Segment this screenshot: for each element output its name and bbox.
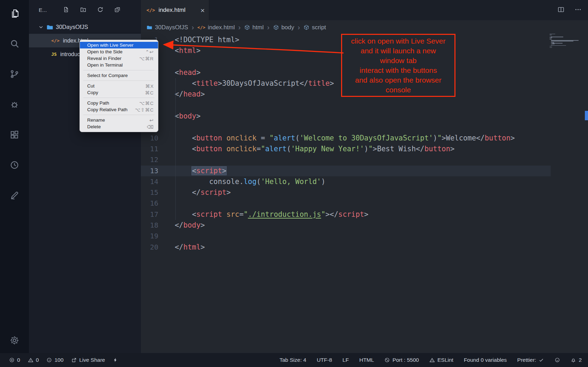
code-line-7[interactable]: 7 xyxy=(141,100,551,111)
code-line-10[interactable]: 10 <button onclick = "alert('Welcome to … xyxy=(141,133,551,144)
cube-icon xyxy=(303,24,309,30)
menu-item-copy-relative-path[interactable]: Copy Relative Path⌥⇧⌘C xyxy=(80,106,158,113)
status-eol[interactable]: LF xyxy=(342,357,349,363)
activity-item-feedback-pen[interactable] xyxy=(9,190,20,200)
close-tab-icon[interactable]: × xyxy=(201,7,205,14)
status-info-count[interactable]: 100 xyxy=(46,357,63,363)
menu-item-open-in-terminal[interactable]: Open in Terminal xyxy=(80,62,158,68)
chevron-right-icon: › xyxy=(238,23,241,31)
activity-item-search[interactable] xyxy=(9,39,20,49)
status-notifications[interactable]: 2 xyxy=(571,357,582,363)
code-line-14[interactable]: 14 console.log('Hello, World') xyxy=(141,176,551,187)
line-number: 13 xyxy=(141,166,158,176)
code-line-9[interactable]: 9 xyxy=(141,122,551,132)
activity-item-extensions[interactable] xyxy=(9,130,20,140)
code-line-16[interactable]: 16 xyxy=(141,198,551,209)
collapse-folders-button[interactable] xyxy=(114,6,121,14)
breadcrumb-script[interactable]: script xyxy=(303,24,326,31)
breadcrumb: 30DaysOfJS›</>index.html›html›body›scrip… xyxy=(141,20,588,35)
code-line-19[interactable]: 19 xyxy=(141,231,551,242)
line-number: 19 xyxy=(141,231,158,242)
split-editor-button[interactable] xyxy=(557,6,565,15)
code-line-8[interactable]: 8<body> xyxy=(141,111,551,122)
menu-item-cut[interactable]: Cut⌘X xyxy=(80,83,158,89)
search-icon xyxy=(9,39,20,49)
activity-item-run-debug[interactable] xyxy=(9,99,20,109)
extensions-icon xyxy=(9,130,20,140)
breadcrumb-body[interactable]: body xyxy=(273,24,294,31)
breadcrumb-index-html[interactable]: </>index.html xyxy=(197,24,235,31)
menu-item-copy-path[interactable]: Copy Path⌥⌘C xyxy=(80,100,158,106)
refresh-explorer-button[interactable] xyxy=(97,6,104,14)
code-line-17[interactable]: 17 <script src="./introduction.js"></scr… xyxy=(141,209,551,220)
menu-item-rename[interactable]: Rename↩ xyxy=(80,117,158,123)
status-prettier[interactable]: Prettier: xyxy=(517,357,544,363)
live-share-icon xyxy=(71,357,77,363)
menu-item-open-with-live-server[interactable]: Open with Live Server xyxy=(80,42,158,48)
source-control-icon xyxy=(9,69,20,79)
activity-bar-bottom xyxy=(9,335,20,353)
status-warnings[interactable]: 0 xyxy=(28,357,39,363)
activity-item-history[interactable] xyxy=(9,160,20,170)
line-number: 18 xyxy=(141,220,158,231)
check-icon xyxy=(538,357,544,363)
activity-item-explorer[interactable] xyxy=(9,8,20,18)
menu-item-delete[interactable]: Delete⌫ xyxy=(80,123,158,130)
more-actions-button[interactable] xyxy=(574,6,582,15)
status-variables-found[interactable]: Found 0 variables xyxy=(464,357,507,363)
menu-item-reveal-in-finder[interactable]: Reveal in Finder⌥⌘R xyxy=(80,55,158,62)
new-folder-icon xyxy=(80,6,86,13)
status-tab-size[interactable]: Tab Size: 4 xyxy=(279,357,306,363)
status-live-server-port[interactable]: Port : 5500 xyxy=(384,357,419,363)
activity-item-settings[interactable] xyxy=(9,335,20,345)
status-live-share[interactable]: Live Share xyxy=(71,357,105,363)
status-language-mode[interactable]: HTML xyxy=(359,357,374,363)
status-encoding[interactable]: UTF-8 xyxy=(317,357,332,363)
menu-separator xyxy=(83,115,154,115)
code-line-20[interactable]: 20</html> xyxy=(141,242,551,253)
menu-shortcut: ⌥⌘C xyxy=(139,100,154,106)
menu-shortcut: ⌘C xyxy=(145,90,154,95)
menu-item-open-to-the-side[interactable]: Open to the Side⌃↩ xyxy=(80,48,158,55)
files-icon xyxy=(9,8,20,18)
new-folder-button[interactable] xyxy=(80,6,86,14)
line-number: 17 xyxy=(141,209,158,220)
annotation-line: and it will launch a new xyxy=(342,46,454,56)
status-bar-left: 00100Live Share xyxy=(9,357,118,363)
menu-shortcut: ⌃↩ xyxy=(145,49,154,55)
code-line-18[interactable]: 18</body> xyxy=(141,220,551,231)
refresh-icon xyxy=(97,6,104,13)
new-file-button[interactable] xyxy=(63,6,69,14)
code-line-12[interactable]: 12 xyxy=(141,154,551,165)
tab-index-html[interactable]: </> index.html × xyxy=(141,0,209,20)
breadcrumb-30daysofjs[interactable]: 30DaysOfJS xyxy=(146,24,188,31)
chevron-right-icon: › xyxy=(298,23,300,31)
breadcrumb-html[interactable]: html xyxy=(244,24,264,31)
menu-shortcut: ⌥⇧⌘C xyxy=(135,107,154,113)
line-number: 11 xyxy=(141,144,158,154)
status-quick-run[interactable] xyxy=(113,357,118,363)
menu-item-copy[interactable]: Copy⌘C xyxy=(80,89,158,96)
menu-item-select-for-compare[interactable]: Select for Compare xyxy=(80,72,158,79)
minimap[interactable] xyxy=(550,34,581,48)
chevron-right-icon: › xyxy=(191,23,194,31)
status-bar: 00100Live Share Tab Size: 4UTF-8LFHTMLPo… xyxy=(0,353,588,367)
smiley-icon xyxy=(555,357,560,363)
tab-bar: </> index.html × xyxy=(141,0,588,20)
menu-shortcut: ⌘X xyxy=(145,83,154,89)
warning-triangle-icon xyxy=(429,357,435,363)
status-errors[interactable]: 0 xyxy=(9,357,20,363)
code-line-11[interactable]: 11 <button onclick="alert('Happy New Yea… xyxy=(141,144,551,154)
indent-guide xyxy=(175,78,176,220)
status-feedback-smiley[interactable] xyxy=(555,357,560,363)
editor-actions xyxy=(557,0,588,20)
menu-shortcut: ↩ xyxy=(150,117,154,123)
error-circle-icon xyxy=(9,357,15,363)
status-eslint[interactable]: ESLint xyxy=(429,357,453,363)
code-line-13[interactable]: 13 <script> xyxy=(141,166,551,176)
context-menu: Open with Live ServerOpen to the Side⌃↩R… xyxy=(80,40,158,132)
annotation-box: click on open with Live Severand it will… xyxy=(341,34,455,97)
activity-item-source-control[interactable] xyxy=(9,69,20,79)
code-line-15[interactable]: 15 </script> xyxy=(141,187,551,198)
tree-item-30daysofjs[interactable]: 30DaysOfJS xyxy=(29,20,141,34)
